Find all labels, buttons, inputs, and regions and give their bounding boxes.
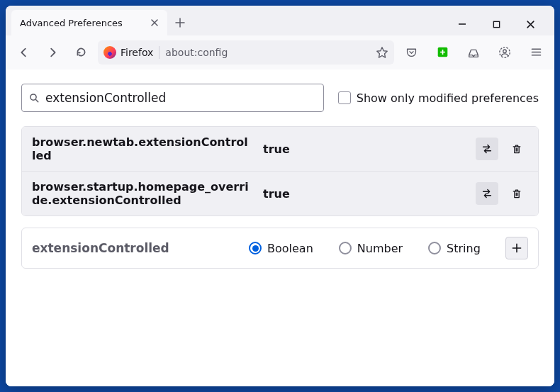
firefox-icon <box>103 46 116 59</box>
navigation-toolbar: Firefox about:config <box>6 35 554 69</box>
svg-rect-0 <box>493 21 499 27</box>
pref-name: browser.startup.homepage_override.extens… <box>32 180 252 207</box>
hamburger-menu-icon[interactable] <box>525 41 547 64</box>
minimize-button[interactable] <box>448 13 476 35</box>
url-brand: Firefox <box>121 47 153 58</box>
preference-list: browser.newtab.extensionControlled true … <box>21 126 539 216</box>
close-tab-icon[interactable] <box>150 18 159 27</box>
pref-value: true <box>263 187 464 201</box>
radio-boolean[interactable]: Boolean <box>249 242 313 255</box>
tab-title: Advanced Preferences <box>20 18 123 28</box>
new-pref-name: extensionControlled <box>32 241 237 255</box>
radio-label: Boolean <box>267 242 313 255</box>
toggle-icon[interactable] <box>476 182 498 205</box>
pref-name: browser.newtab.extensionControlled <box>32 135 252 162</box>
row-actions <box>476 138 528 160</box>
search-icon <box>29 93 40 103</box>
account-icon[interactable] <box>493 41 516 64</box>
svg-point-3 <box>503 49 507 52</box>
pref-value: true <box>263 142 464 156</box>
new-tab-button[interactable] <box>170 13 190 33</box>
url-separator <box>159 46 159 59</box>
search-row: Show only modified preferences <box>21 84 539 112</box>
svg-point-4 <box>30 94 36 99</box>
radio-string[interactable]: String <box>428 242 481 255</box>
tab-bar: Advanced Preferences <box>6 6 554 35</box>
delete-icon[interactable] <box>505 138 528 160</box>
url-bar[interactable]: Firefox about:config <box>98 40 394 65</box>
window-controls <box>448 11 549 35</box>
radio-number[interactable]: Number <box>339 242 403 255</box>
delete-icon[interactable] <box>505 182 528 205</box>
row-actions <box>476 182 528 205</box>
search-input[interactable] <box>45 91 316 105</box>
preference-row[interactable]: browser.startup.homepage_override.extens… <box>22 171 538 215</box>
type-radio-group: Boolean Number String <box>249 242 494 255</box>
radio-label: Number <box>357 242 403 255</box>
inbox-icon[interactable] <box>462 41 485 64</box>
new-preference-row: extensionControlled Boolean Number Strin… <box>21 228 539 269</box>
preference-row[interactable]: browser.newtab.extensionControlled true <box>22 127 538 171</box>
reload-button[interactable] <box>69 41 92 64</box>
url-identity: Firefox <box>103 46 153 59</box>
bookmark-star-icon[interactable] <box>376 46 388 59</box>
toolbar-right-icons <box>400 41 547 64</box>
radio-icon <box>428 242 441 254</box>
radio-icon <box>249 242 262 254</box>
pocket-icon[interactable] <box>400 41 422 64</box>
forward-button[interactable] <box>41 41 64 64</box>
toggle-icon[interactable] <box>476 138 498 160</box>
about-config-content: Show only modified preferences browser.n… <box>6 69 554 386</box>
checkbox-icon <box>338 91 351 104</box>
checkbox-label: Show only modified preferences <box>357 91 539 105</box>
url-text: about:config <box>165 47 228 58</box>
browser-window: Advanced Preferences <box>6 6 554 386</box>
maximize-button[interactable] <box>482 13 510 35</box>
search-box[interactable] <box>21 84 324 112</box>
add-pref-button[interactable] <box>505 237 528 259</box>
radio-label: String <box>447 242 481 255</box>
back-button[interactable] <box>13 41 35 64</box>
show-modified-checkbox[interactable]: Show only modified preferences <box>338 91 539 105</box>
close-window-button[interactable] <box>516 13 544 35</box>
extension-icon[interactable] <box>431 41 454 64</box>
radio-icon <box>339 242 352 254</box>
tab-advanced-preferences[interactable]: Advanced Preferences <box>11 10 167 35</box>
